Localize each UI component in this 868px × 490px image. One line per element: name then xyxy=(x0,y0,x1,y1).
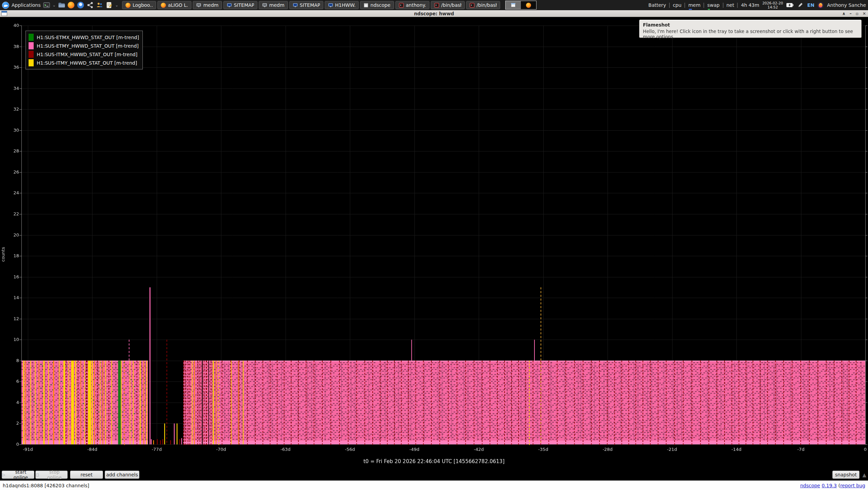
reset-button[interactable]: reset xyxy=(70,471,103,479)
taskbar-window-button[interactable]: SITEMAP... xyxy=(289,1,323,9)
server-status: h1daqnds1:8088 [426203 channels] xyxy=(3,483,89,488)
ndscope-link[interactable]: ndscope xyxy=(800,483,820,488)
taskbar-window-button[interactable]: medm xyxy=(193,1,222,9)
applications-menu[interactable]: Applications xyxy=(12,2,41,8)
x-tick-label: -63d xyxy=(275,447,296,452)
workspace-pager[interactable] xyxy=(505,1,537,10)
net-monitor[interactable]: net xyxy=(727,2,734,8)
pencil-icon[interactable] xyxy=(797,2,804,8)
x-tick-label: -77d xyxy=(146,447,168,452)
x-tick-label: -49d xyxy=(404,447,425,452)
maximize-button[interactable]: ▫ xyxy=(856,11,858,16)
notification-title: Flameshot xyxy=(643,22,858,28)
file-manager-icon[interactable] xyxy=(58,2,65,9)
window-titlebar[interactable]: ndscope: hwwd ∧ – ▫ ✕ xyxy=(0,10,868,17)
y-tick-label: 34 xyxy=(5,86,19,91)
desktop: Applications ⌄ ⌄ Logboo...aLIGO L...medm… xyxy=(0,0,868,490)
notification-popup[interactable]: Flameshot Hello, I'm here! Click icon in… xyxy=(639,20,862,38)
clock[interactable]: 2026-02-2014:52 xyxy=(762,1,783,9)
add-channels-button[interactable]: add channels xyxy=(105,471,139,479)
taskbar-window-button[interactable]: /bin/bash xyxy=(431,1,465,9)
x-tick-label: -7d xyxy=(790,447,812,452)
keyboard-layout[interactable]: EN xyxy=(807,2,814,8)
taskbar-window-button[interactable]: anthony... xyxy=(395,1,429,9)
y-tick-label: 6 xyxy=(5,379,19,384)
taskbar-window-button[interactable]: ndscope... xyxy=(360,1,394,9)
version-link[interactable]: 0.19.3 xyxy=(822,483,837,488)
app-white-icon xyxy=(363,3,369,8)
battery-label[interactable]: Battery xyxy=(648,2,666,8)
y-tick-label: 40 xyxy=(5,23,19,28)
window-button-label: H1HWW... xyxy=(335,2,355,8)
plot-canvas[interactable] xyxy=(0,17,868,469)
share-icon[interactable] xyxy=(87,2,94,9)
window-button-label: ndscope... xyxy=(371,2,391,8)
taskbar-window-button[interactable]: medm xyxy=(259,1,288,9)
y-tick-label: 36 xyxy=(5,65,19,70)
window-button-label: medm xyxy=(269,2,285,8)
taskbar-window-button[interactable]: H1HWW... xyxy=(325,1,359,9)
legend-label: H1:SUS-ETMX_HWWD_STAT_OUT [m-trend] xyxy=(37,35,139,40)
y-tick-label: 26 xyxy=(5,169,19,175)
y-tick-label: 18 xyxy=(5,253,19,258)
distro-logo-icon[interactable] xyxy=(2,2,9,9)
terminal-red-icon xyxy=(399,3,404,8)
x-tick-label: -84d xyxy=(81,447,103,452)
cpu-monitor[interactable]: cpu xyxy=(673,2,681,8)
taskbar-window-button[interactable]: Logboo... xyxy=(122,1,156,9)
screen-blue-icon xyxy=(227,3,232,8)
system-tray: Battery cpu mem swap net 4h 43m 2026-02-… xyxy=(648,1,866,9)
flameshot-tray-icon[interactable] xyxy=(817,2,824,9)
taskbar-window-button[interactable]: SITEMAP... xyxy=(223,1,257,9)
workspace-2[interactable] xyxy=(521,1,536,9)
x-tick-label: -42d xyxy=(468,447,490,452)
legend-swatch xyxy=(29,59,34,66)
window-icon xyxy=(511,3,515,7)
snapshot-button[interactable]: snapshot xyxy=(832,471,860,479)
chevron-down-icon[interactable]: ⌄ xyxy=(115,3,118,7)
y-tick-label: 16 xyxy=(5,274,19,279)
window-button-label: medm xyxy=(203,2,219,8)
taskbar-window-button[interactable]: /bin/bash xyxy=(466,1,500,9)
swap-monitor[interactable]: swap xyxy=(707,2,719,8)
close-button[interactable]: ✕ xyxy=(863,11,866,16)
minimize-button[interactable]: – xyxy=(850,11,852,16)
shade-button[interactable]: ∧ xyxy=(842,11,846,16)
expand-triangle-icon[interactable]: ▲ xyxy=(862,472,866,478)
x-tick-label: -28d xyxy=(597,447,618,452)
firefox-launcher-icon[interactable] xyxy=(68,2,75,9)
window-icon xyxy=(1,11,7,16)
battery-icon[interactable] xyxy=(786,2,794,8)
stop-online-button[interactable]: ◻ stop online xyxy=(35,471,68,479)
taskbar-window-button[interactable]: aLIGO L... xyxy=(157,1,191,9)
separator xyxy=(684,3,685,8)
y-tick-label: 38 xyxy=(5,44,19,49)
user-name[interactable]: Anthony Sanche xyxy=(827,2,866,8)
legend-entry: H1:SUS-ETMX_HWWD_STAT_OUT [m-trend] xyxy=(29,33,139,42)
y-tick-label: 24 xyxy=(5,190,19,195)
separator xyxy=(669,3,670,8)
legend: H1:SUS-ETMX_HWWD_STAT_OUT [m-trend]H1:SU… xyxy=(25,31,143,69)
window-title: ndscope: hwwd xyxy=(0,11,868,16)
swap-indicator xyxy=(708,9,710,10)
screen-gray-icon xyxy=(262,3,267,8)
notification-body: Hello, I'm here! Click icon in the tray … xyxy=(643,29,858,39)
window-button-label: /bin/bash xyxy=(477,2,497,8)
screen-blue-icon xyxy=(328,3,333,8)
legend-swatch xyxy=(29,34,34,41)
terminal-launcher-icon[interactable] xyxy=(43,2,50,9)
start-online-button[interactable]: ▷ start online xyxy=(2,471,34,479)
notes-icon[interactable] xyxy=(106,2,113,9)
taskbar: Applications ⌄ ⌄ Logboo...aLIGO L...medm… xyxy=(0,0,868,10)
uptime: 4h 43m xyxy=(741,2,759,8)
x-tick-label: -35d xyxy=(532,447,554,452)
chevron-down-icon[interactable]: ⌄ xyxy=(53,3,56,7)
y-tick-label: 20 xyxy=(5,232,19,238)
mem-monitor[interactable]: mem xyxy=(688,2,700,8)
users-icon[interactable] xyxy=(96,2,103,9)
browser-launcher-icon[interactable] xyxy=(77,2,84,9)
report-bug-link[interactable]: report bug xyxy=(840,483,865,488)
workspace-1[interactable] xyxy=(506,1,521,9)
mem-indicator xyxy=(689,9,692,10)
window-button-label: aLIGO L... xyxy=(168,2,188,8)
